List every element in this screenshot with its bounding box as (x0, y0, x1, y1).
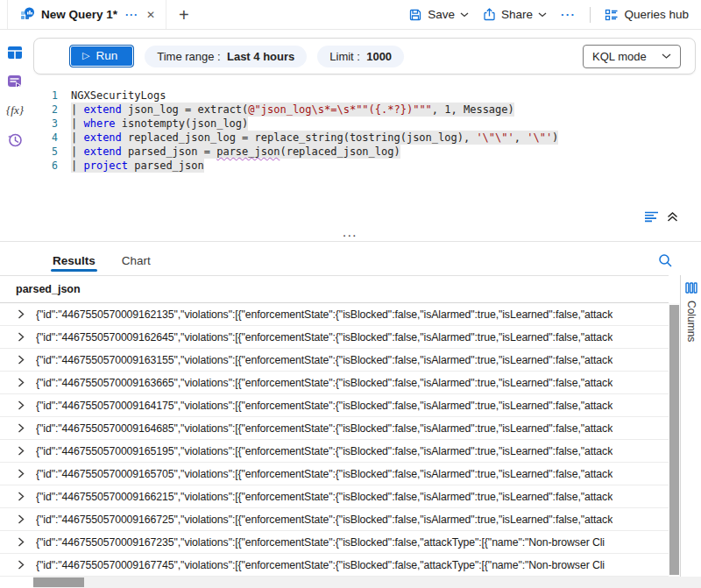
row-expand-icon[interactable] (18, 560, 25, 570)
code-line-4[interactable]: 4| extend replaced_json_log = replace_st… (32, 131, 701, 145)
kql-mode-select[interactable]: KQL mode (583, 45, 681, 68)
horizontal-scroll-thumb[interactable] (33, 577, 84, 587)
code-text[interactable]: NGXSecurityLogs (71, 89, 166, 103)
query-toolbar: ▷ Run Time range : Last 4 hours Limit : … (33, 38, 696, 74)
left-rail: {fx} (0, 30, 30, 230)
time-range-pill[interactable]: Time range : Last 4 hours (145, 46, 307, 67)
more-commands-icon[interactable]: ··· (561, 8, 577, 21)
parsed-json-cell[interactable]: {"id":"4467550570009162645","violations"… (36, 331, 612, 344)
line-number: 1 (32, 89, 58, 103)
parsed-json-cell[interactable]: {"id":"4467550570009166725","violations"… (36, 514, 612, 526)
query-tab[interactable]: New Query 1* ··· ✕ (7, 0, 166, 29)
line-number: 6 (32, 159, 58, 173)
code-text[interactable]: | extend json_log = extract(@"json_log\s… (71, 103, 514, 117)
parsed-json-cell[interactable]: {"id":"4467550570009166215","violations"… (36, 491, 612, 503)
scrollbar-left-gap (0, 577, 33, 588)
table-row[interactable]: {"id":"4467550570009164685","violations"… (0, 417, 669, 440)
chevron-down-icon (538, 12, 547, 18)
tab-results[interactable]: Results (51, 249, 97, 275)
tab-close-icon[interactable]: ✕ (146, 9, 155, 21)
time-range-label: Time range : (157, 50, 221, 63)
horizontal-scroll-track[interactable] (33, 577, 701, 588)
table-row[interactable]: {"id":"4467550570009164175","violations"… (0, 394, 669, 417)
command-bar: Save Share ··· (408, 0, 701, 29)
limit-value: 1000 (366, 50, 392, 63)
row-expand-icon[interactable] (18, 514, 25, 524)
chevron-down-icon (662, 53, 671, 60)
code-text[interactable]: | where isnotempty(json_log) (71, 117, 248, 131)
kql-mode-value: KQL mode (592, 50, 647, 63)
share-label: Share (501, 8, 533, 21)
row-expand-icon[interactable] (18, 537, 25, 547)
code-text[interactable]: | extend parsed_json = parse_json(replac… (71, 145, 400, 159)
table-row[interactable]: {"id":"4467550570009166725","violations"… (0, 508, 669, 531)
parsed-json-cell[interactable]: {"id":"4467550570009162135","violations"… (36, 308, 612, 321)
parsed-json-cell[interactable]: {"id":"4467550570009164685","violations"… (36, 422, 612, 435)
tables-icon[interactable] (7, 46, 23, 60)
results-vertical-scrollbar[interactable] (669, 303, 680, 577)
table-row[interactable]: {"id":"4467550570009165705","violations"… (0, 463, 669, 485)
code-text[interactable]: | extend replaced_json_log = replace_str… (71, 131, 558, 145)
parsed-json-cell[interactable]: {"id":"4467550570009164175","violations"… (36, 400, 612, 412)
row-expand-icon[interactable] (18, 355, 25, 365)
save-button[interactable]: Save (408, 8, 469, 22)
play-icon: ▷ (82, 50, 89, 61)
parsed-json-cell[interactable]: {"id":"4467550570009163155","violations"… (36, 354, 612, 366)
editor-format-icon[interactable] (644, 211, 659, 223)
parsed-json-cell[interactable]: {"id":"4467550570009165705","violations"… (36, 468, 612, 480)
save-label: Save (428, 8, 455, 21)
command-divider (590, 7, 591, 23)
table-row[interactable]: {"id":"4467550570009162645","violations"… (0, 326, 669, 349)
columns-side-panel[interactable]: Columns (680, 275, 701, 577)
queryset-icon[interactable] (7, 74, 23, 89)
tab-chart[interactable]: Chart (120, 249, 152, 275)
column-header-parsed-json[interactable]: parsed_json (0, 275, 669, 303)
row-expand-icon[interactable] (18, 378, 25, 387)
table-row[interactable]: {"id":"4467550570009162135","violations"… (0, 303, 669, 326)
new-tab-button[interactable]: + (179, 6, 189, 24)
parsed-json-cell[interactable]: {"id":"4467550570009163665","violations"… (36, 377, 612, 389)
row-expand-icon[interactable] (18, 446, 25, 456)
table-row[interactable]: {"id":"4467550570009167745","violations"… (0, 554, 669, 577)
row-expand-icon[interactable] (18, 492, 25, 501)
row-expand-icon[interactable] (18, 332, 25, 342)
results-grid: {"id":"4467550570009162135","violations"… (0, 303, 669, 577)
limit-pill[interactable]: Limit : 1000 (317, 46, 404, 67)
share-button[interactable]: Share (483, 8, 547, 22)
columns-panel-label: Columns (685, 301, 697, 342)
row-expand-icon[interactable] (18, 469, 25, 478)
code-text[interactable]: | project parsed_json (71, 159, 204, 173)
search-icon[interactable] (658, 253, 673, 268)
code-line-5[interactable]: 5| extend parsed_json = parse_json(repla… (32, 145, 701, 159)
table-row[interactable]: {"id":"4467550570009166215","violations"… (0, 485, 669, 508)
history-icon[interactable] (7, 132, 23, 147)
panel-splitter[interactable]: ··· (0, 230, 701, 242)
tab-more-icon[interactable]: ··· (125, 9, 138, 21)
table-row[interactable]: {"id":"4467550570009163155","violations"… (0, 349, 669, 372)
code-line-2[interactable]: 2| extend json_log = extract(@"json_log\… (32, 103, 701, 117)
row-expand-icon[interactable] (18, 309, 25, 319)
functions-icon[interactable]: {fx} (6, 103, 24, 117)
code-line-6[interactable]: 6| project parsed_json (32, 159, 701, 173)
columns-icon[interactable] (685, 282, 697, 294)
parsed-json-cell[interactable]: {"id":"4467550570009167235","violations"… (36, 536, 605, 549)
time-range-value: Last 4 hours (227, 50, 294, 63)
line-number: 4 (32, 131, 58, 145)
row-expand-icon[interactable] (18, 423, 25, 433)
run-button[interactable]: ▷ Run (69, 45, 134, 67)
row-expand-icon[interactable] (18, 400, 25, 410)
parsed-json-cell[interactable]: {"id":"4467550570009165195","violations"… (36, 445, 612, 457)
vertical-scroll-thumb[interactable] (669, 305, 679, 575)
code-line-3[interactable]: 3| where isnotempty(json_log) (32, 117, 701, 131)
line-number: 2 (32, 103, 58, 117)
table-row[interactable]: {"id":"4467550570009165195","violations"… (0, 440, 669, 463)
splitter-handle-icon[interactable]: ··· (0, 231, 701, 241)
code-line-1[interactable]: 1NGXSecurityLogs (32, 89, 701, 103)
parsed-json-cell[interactable]: {"id":"4467550570009167745","violations"… (36, 559, 605, 571)
collapse-editor-icon[interactable] (667, 211, 678, 223)
horizontal-scrollbar[interactable] (0, 577, 701, 588)
table-row[interactable]: {"id":"4467550570009163665","violations"… (0, 372, 669, 394)
query-editor[interactable]: 1NGXSecurityLogs2| extend json_log = ext… (30, 80, 701, 230)
queries-hub-button[interactable]: Queries hub (605, 8, 689, 21)
table-row[interactable]: {"id":"4467550570009167235","violations"… (0, 531, 669, 554)
